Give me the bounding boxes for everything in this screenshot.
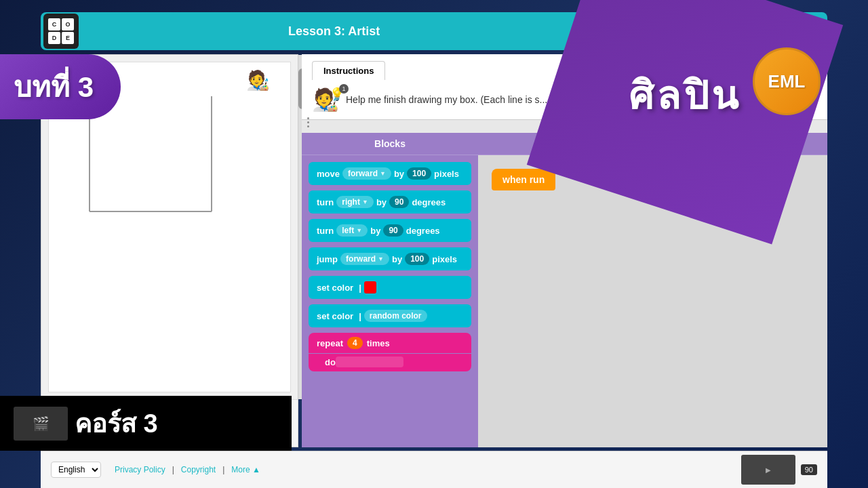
block-color-swatch[interactable] (364, 281, 376, 293)
code-logo: C O D E (43, 14, 79, 49)
block-jump-forward[interactable]: jump forward ▼ by 100 pixels (309, 247, 471, 270)
times-text: times (367, 338, 390, 348)
canvas-character: 🧑‍🎨 (246, 69, 270, 92)
block-by-text3: by (370, 226, 380, 236)
block-set-color-text: set color (317, 283, 353, 293)
blocks-panel: Blocks move forward ▼ by 100 pixels (302, 133, 478, 447)
block-move-text: move (317, 169, 340, 179)
video-area: ▶ 90 (741, 455, 817, 485)
avatar-container: 🧑‍🎨 💡 1 (312, 87, 339, 113)
block-repeat[interactable]: repeat 4 times do (309, 333, 471, 371)
block-90-value[interactable]: 90 (389, 196, 409, 208)
logo-cell-e: E (62, 32, 74, 44)
lesson-badge: บทที่ 3 (0, 54, 121, 119)
block-by-text2: by (376, 197, 387, 207)
header-title: Lesson 3: Artist (79, 24, 589, 39)
block-jump-fwd-pill[interactable]: forward ▼ (340, 253, 389, 265)
forward-dropdown[interactable]: ▼ (380, 170, 386, 177)
blocks-list: move forward ▼ by 100 pixels turn right … (302, 155, 478, 447)
left-dropdown[interactable]: ▼ (356, 227, 362, 234)
eml-logo: EML (753, 47, 821, 115)
bottom-bar: English Privacy Policy | Copyright | Mor… (41, 451, 827, 488)
logo-cell-c: C (48, 18, 60, 30)
footer-separator: | (172, 465, 174, 474)
tab-instructions[interactable]: Instructions (312, 61, 385, 80)
jump-dropdown[interactable]: ▼ (378, 256, 384, 262)
more-link[interactable]: More ▲ (231, 465, 260, 474)
block-100-value2[interactable]: 100 (405, 253, 429, 265)
logo-cell-d: D (48, 32, 60, 44)
video-thumbnail[interactable]: ▶ (741, 455, 795, 485)
block-move-forward[interactable]: move forward ▼ by 100 pixels (309, 162, 471, 185)
block-random-color-pill[interactable]: random color (364, 310, 427, 322)
repeat-text: repeat (317, 338, 343, 348)
logo-cell-o: O (62, 18, 74, 30)
main-container: C O D E Lesson 3: Artist 1 Sign in ? ☰ (0, 0, 868, 488)
block-repeat-header[interactable]: repeat 4 times (309, 333, 471, 353)
lesson-badge-bg: บทที่ 3 (0, 54, 121, 119)
block-by-text: by (394, 169, 404, 179)
block-pixels-text2: pixels (432, 254, 457, 264)
instructions-text: Help me finish drawing my box. (Each lin… (346, 94, 547, 105)
block-100-value[interactable]: 100 (407, 167, 431, 180)
footer-links: Privacy Policy | Copyright | More ▲ (115, 465, 260, 474)
block-forward-pill[interactable]: forward ▼ (342, 167, 391, 180)
language-selector[interactable]: English (51, 462, 101, 478)
lesson-text-thai: บทที่ 3 (14, 64, 94, 109)
block-turn-left-text: turn (317, 226, 334, 236)
blocks-panel-header: Blocks (302, 133, 478, 155)
video-thumbnail-text: ▶ (766, 466, 771, 474)
eml-text: EML (768, 71, 806, 92)
course-badge: 🎬 คอร์ส 3 (0, 396, 292, 451)
blocks-drag-handle[interactable] (302, 133, 314, 190)
video-time-badge: 90 (801, 464, 817, 475)
block-by-text4: by (392, 254, 402, 264)
right-dropdown[interactable]: ▼ (362, 199, 368, 205)
block-right-pill[interactable]: right ▼ (336, 196, 374, 208)
block-degrees-text: degrees (412, 197, 446, 207)
course-thumbnail: 🎬 (14, 407, 68, 441)
copyright-link[interactable]: Copyright (181, 465, 216, 474)
block-color-sep2: | (359, 311, 361, 321)
footer-separator2: | (222, 465, 224, 474)
block-set-color-random[interactable]: set color | random color (309, 304, 471, 327)
hint-badge: 1 (339, 84, 349, 94)
block-90-value2[interactable]: 90 (383, 224, 403, 237)
block-jump-text: jump (317, 254, 338, 264)
block-turn-left[interactable]: turn left ▼ by 90 degrees (309, 219, 471, 242)
block-turn-text: turn (317, 197, 334, 207)
block-degrees-text2: degrees (406, 226, 440, 236)
do-text: do (325, 357, 336, 367)
block-turn-right[interactable]: turn right ▼ by 90 degrees (309, 190, 471, 214)
block-repeat-body: do (309, 354, 471, 371)
repeat-inner-slot[interactable] (336, 357, 403, 367)
block-color-separator: | (359, 283, 361, 293)
banner-thai-text: ศิลปิน (629, 64, 741, 127)
privacy-policy-link[interactable]: Privacy Policy (115, 465, 165, 474)
block-pixels-text: pixels (434, 169, 459, 179)
course-text-thai: คอร์ส 3 (75, 403, 158, 444)
when-run-block[interactable]: when run (492, 169, 555, 190)
repeat-number[interactable]: 4 (347, 337, 363, 349)
block-left-pill[interactable]: left ▼ (336, 224, 368, 237)
block-set-color[interactable]: set color | (309, 276, 471, 299)
course-thumb-icon: 🎬 (33, 415, 50, 432)
course-label-container: คอร์ส 3 (75, 403, 158, 444)
block-set-color-random-text: set color (317, 311, 353, 321)
